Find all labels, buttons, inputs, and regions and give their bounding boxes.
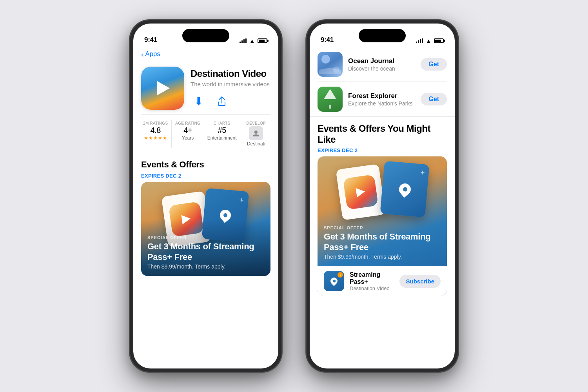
forest-get-button[interactable]: Get [421, 93, 447, 105]
tree-icon [324, 89, 336, 99]
status-time-right: 9:41 [321, 36, 334, 44]
status-time-left: 9:41 [144, 36, 157, 44]
play-icon [157, 81, 170, 95]
stat-ratings-label: 2M RATINGS [143, 121, 168, 125]
phone-screen-right: 9:41 ▲ [310, 24, 455, 368]
stat-age-value: 4+ [175, 126, 200, 135]
nav-bar-left: ‹ Apps [133, 47, 278, 60]
special-offer-label-left: SPECIAL OFFER [147, 235, 264, 240]
stat-ratings-value: 4.8 [143, 126, 168, 135]
stat-charts: CHARTS #5 Entertainment [204, 120, 240, 148]
event-title-left: Get 3 Months of Streaming Pass+ Free [147, 241, 264, 262]
right-phone: 9:41 ▲ [306, 20, 459, 372]
tree-trunk [329, 105, 331, 109]
play-icon-right [356, 187, 365, 198]
download-icon: ⬇ [194, 95, 203, 108]
wifi-icon-left: ▲ [249, 38, 255, 44]
stat-age-sub: Years [175, 135, 200, 141]
forest-explorer-info: Forest Explorer Explore the Nation's Par… [348, 92, 415, 107]
streaming-app-name: Destination Video [350, 285, 394, 291]
event-text-right: SPECIAL OFFER Get 3 Months of Streaming … [324, 225, 441, 260]
ocean-journal-icon[interactable] [318, 52, 343, 77]
app-tagline: The world in immersive videos [191, 81, 270, 87]
back-label: Apps [145, 50, 160, 58]
app-list-item-forest: Forest Explorer Explore the Nation's Par… [310, 82, 455, 116]
expires-label-right: EXPIRES DEC 2 [318, 147, 358, 153]
ocean-journal-info: Ocean Journal Discover the ocean [348, 57, 415, 72]
back-button[interactable]: ‹ Apps [141, 50, 270, 58]
stat-charts-value: #5 [207, 126, 237, 135]
stat-ratings-stars: ★★★★★ [143, 135, 168, 141]
location-dot-right [403, 187, 407, 192]
events-title-right: Events & Offers You Might Like [310, 117, 455, 147]
chevron-left-icon: ‹ [141, 51, 143, 58]
signal-icon-right [416, 38, 423, 43]
signal-icon-left [240, 38, 247, 43]
app-info: Destination Video The world in immersive… [191, 67, 270, 109]
person-icon [252, 129, 260, 137]
card-dv-right [336, 164, 385, 220]
download-button[interactable]: ⬇ [191, 94, 206, 109]
battery-icon-right [434, 38, 444, 43]
streaming-pass-icon: + [324, 271, 344, 291]
app-name: Destination Video [191, 68, 270, 80]
expires-label-left: EXPIRES DEC 2 [133, 171, 278, 182]
battery-icon-left [258, 38, 267, 43]
phone-screen-left: 9:41 ▲ ‹ Apps [133, 24, 278, 368]
stat-developer: DEVELOP Destinati [240, 120, 272, 148]
forest-explorer-icon[interactable] [318, 87, 343, 112]
share-icon [218, 96, 226, 107]
plus-icon-right: + [420, 168, 425, 177]
card-location-right: + [380, 161, 429, 218]
stat-age: AGE RATING 4+ Years [172, 120, 204, 148]
ocean-wave [319, 68, 341, 74]
left-phone: 9:41 ▲ ‹ Apps [129, 20, 282, 372]
status-icons-left: ▲ [240, 38, 267, 44]
app-actions: ⬇ [191, 94, 270, 109]
stat-charts-sub: Entertainment [207, 135, 237, 141]
app-icon-dv[interactable] [141, 67, 184, 110]
svg-point-0 [254, 131, 258, 134]
event-title-right: Get 3 Months of Streaming Pass+ Free [324, 232, 441, 252]
dv-mini-icon [343, 174, 378, 210]
left-screen-content: ‹ Apps Destination Video The world in im… [133, 47, 278, 368]
subscribe-button[interactable]: Subscribe [399, 275, 441, 288]
ocean-get-button[interactable]: Get [421, 58, 447, 71]
stat-ratings: 2M RATINGS 4.8 ★★★★★ [140, 120, 172, 148]
events-title-left: Events & Offers [133, 153, 278, 171]
forest-explorer-desc: Explore the Nation's Parks [348, 100, 415, 107]
expires-row: EXPIRES DEC 2 [310, 147, 455, 156]
dynamic-island-right [359, 29, 406, 42]
stats-bar: 2M RATINGS 4.8 ★★★★★ AGE RATING 4+ Years… [133, 115, 278, 153]
dynamic-island-left [182, 29, 229, 42]
event-sub-right: Then $9.99/month. Terms apply. [324, 254, 441, 260]
right-screen-content: Ocean Journal Discover the ocean Get For… [310, 47, 455, 368]
streaming-info: Streaming Pass+ Destination Video [350, 271, 394, 291]
streaming-pass-name: Streaming Pass+ [350, 271, 394, 285]
streaming-plus-badge: + [338, 272, 343, 278]
event-card-footer: + Streaming Pass+ Destination Video Subs… [318, 266, 447, 296]
wifi-icon-right: ▲ [426, 38, 431, 44]
special-offer-label-right: SPECIAL OFFER [324, 225, 441, 230]
location-pin-right [396, 181, 413, 197]
event-card-content-right: + SPECIAL OFFER Get 3 Months of Streamin… [318, 156, 447, 266]
stat-dev-sub: Destinati [243, 141, 269, 147]
event-card-right[interactable]: + SPECIAL OFFER Get 3 Months of Streamin… [318, 156, 447, 296]
event-card-left[interactable]: + SPECIAL OFFER Get 3 Months of Streamin… [141, 182, 270, 276]
event-sub-left: Then $9.99/month. Terms apply. [147, 263, 264, 270]
event-card-inner-left: SPECIAL OFFER Get 3 Months of Streaming … [141, 182, 270, 276]
status-icons-right: ▲ [416, 38, 444, 44]
forest-explorer-name: Forest Explorer [348, 92, 415, 100]
app-hero: Destination Video The world in immersive… [133, 60, 278, 114]
app-list-item-ocean: Ocean Journal Discover the ocean Get [310, 47, 455, 82]
ocean-journal-desc: Discover the ocean [348, 65, 415, 72]
share-button[interactable] [214, 94, 230, 109]
ocean-journal-name: Ocean Journal [348, 57, 415, 65]
developer-avatar [249, 126, 263, 140]
stat-dev-label: DEVELOP [243, 121, 269, 125]
stat-charts-label: CHARTS [207, 121, 237, 125]
stat-age-label: AGE RATING [175, 121, 200, 125]
ocean-bubble-1 [321, 55, 330, 64]
streaming-loc-icon [329, 276, 339, 286]
